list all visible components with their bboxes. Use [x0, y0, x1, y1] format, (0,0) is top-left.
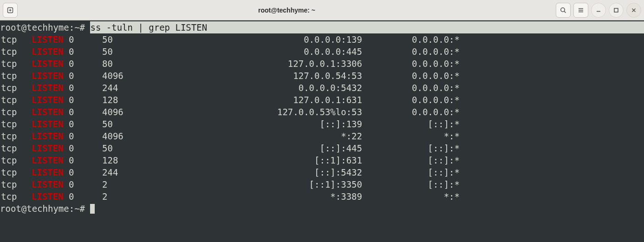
output-row: tcpLISTEN0244[::]:5432[::]:*	[0, 166, 644, 178]
output-row: tcpLISTEN0500.0.0.0:1390.0.0.0:*	[0, 33, 644, 46]
maximize-icon	[612, 7, 620, 14]
cell-peer: 0.0.0.0:*	[362, 106, 460, 118]
cell-recvq: 0	[69, 33, 102, 46]
cursor	[90, 204, 95, 214]
output-row: tcpLISTEN02*:3389*:*	[0, 190, 644, 203]
typed-command: ss -tuln | grep LISTEN	[90, 21, 644, 33]
terminal-body[interactable]: root@techhyme:~# ss -tuln | grep LISTEN …	[0, 20, 644, 242]
maximize-button[interactable]	[609, 3, 624, 18]
cell-state: LISTEN	[32, 82, 69, 94]
cell-local: *:22	[186, 130, 362, 142]
cell-recvq: 0	[69, 118, 102, 130]
cell-sendq: 2	[102, 178, 186, 190]
output-row: tcpLISTEN080127.0.0.1:33060.0.0.0:*	[0, 58, 644, 70]
svg-line-10	[632, 8, 636, 12]
cell-state: LISTEN	[32, 154, 69, 166]
cell-recvq: 0	[69, 166, 102, 178]
cell-recvq: 0	[69, 94, 102, 106]
cell-sendq: 50	[102, 33, 186, 46]
new-tab-icon	[7, 7, 14, 14]
svg-point-3	[561, 7, 565, 11]
cell-sendq: 128	[102, 94, 186, 106]
cell-peer: 0.0.0.0:*	[362, 58, 460, 70]
cell-proto: tcp	[0, 46, 32, 58]
cell-sendq: 244	[102, 82, 186, 94]
cell-local: [::1]:631	[186, 154, 362, 166]
cell-local: 0.0.0.0:139	[186, 33, 362, 46]
cell-state: LISTEN	[32, 46, 69, 58]
cell-local: [::]:445	[186, 142, 362, 154]
cell-proto: tcp	[0, 82, 32, 94]
cell-peer: *:*	[362, 190, 460, 203]
cell-state: LISTEN	[32, 142, 69, 154]
cell-state: LISTEN	[32, 190, 69, 203]
cell-peer: 0.0.0.0:*	[362, 94, 460, 106]
cell-state: LISTEN	[32, 118, 69, 130]
cell-peer: [::]:*	[362, 118, 460, 130]
cell-proto: tcp	[0, 190, 32, 203]
output-row: tcpLISTEN02440.0.0.0:54320.0.0.0:*	[0, 82, 644, 94]
cell-recvq: 0	[69, 154, 102, 166]
prompt: root@techhyme:~#	[0, 203, 90, 215]
command-line: root@techhyme:~# ss -tuln | grep LISTEN	[0, 21, 644, 33]
cell-peer: [::]:*	[362, 178, 460, 190]
cell-state: LISTEN	[32, 130, 69, 142]
cell-sendq: 128	[102, 154, 186, 166]
cell-proto: tcp	[0, 106, 32, 118]
search-icon	[559, 7, 567, 14]
output-row: tcpLISTEN04096*:22*:*	[0, 130, 644, 142]
close-button[interactable]	[626, 3, 641, 18]
output-row: tcpLISTEN050[::]:139[::]:*	[0, 118, 644, 130]
close-icon	[630, 7, 637, 14]
cell-state: LISTEN	[32, 178, 69, 190]
output-row: tcpLISTEN04096127.0.0.54:530.0.0.0:*	[0, 70, 644, 82]
cell-recvq: 0	[69, 70, 102, 82]
output-rows: tcpLISTEN0500.0.0.0:1390.0.0.0:*tcpLISTE…	[0, 33, 644, 203]
cell-peer: 0.0.0.0:*	[362, 46, 460, 58]
cell-local: 127.0.0.53%lo:53	[186, 106, 362, 118]
cell-proto: tcp	[0, 154, 32, 166]
cell-sendq: 4096	[102, 70, 186, 82]
cell-peer: 0.0.0.0:*	[362, 82, 460, 94]
cell-sendq: 50	[102, 142, 186, 154]
cell-state: LISTEN	[32, 106, 69, 118]
cell-recvq: 0	[69, 190, 102, 203]
cell-state: LISTEN	[32, 33, 69, 46]
cell-local: *:3389	[186, 190, 362, 203]
output-row: tcpLISTEN0128127.0.0.1:6310.0.0.0:*	[0, 94, 644, 106]
output-row: tcpLISTEN02[::1]:3350[::]:*	[0, 178, 644, 190]
cell-local: 127.0.0.1:3306	[186, 58, 362, 70]
cell-local: 127.0.0.54:53	[186, 70, 362, 82]
cell-sendq: 4096	[102, 106, 186, 118]
prompt-idle[interactable]: root@techhyme:~#	[0, 203, 644, 215]
cell-recvq: 0	[69, 106, 102, 118]
search-button[interactable]	[556, 3, 571, 18]
prompt: root@techhyme:~#	[0, 21, 90, 33]
minimize-button[interactable]	[591, 3, 606, 18]
cell-peer: 0.0.0.0:*	[362, 33, 460, 46]
cell-recvq: 0	[69, 178, 102, 190]
cell-proto: tcp	[0, 70, 32, 82]
svg-rect-0	[8, 7, 13, 13]
hamburger-icon	[577, 7, 585, 14]
cell-recvq: 0	[69, 58, 102, 70]
svg-line-4	[564, 11, 566, 13]
cell-proto: tcp	[0, 166, 32, 178]
cell-sendq: 4096	[102, 130, 186, 142]
cell-peer: 0.0.0.0:*	[362, 70, 460, 82]
window-title: root@techhyme: ~	[18, 7, 556, 14]
output-row: tcpLISTEN0128[::1]:631[::]:*	[0, 154, 644, 166]
cell-local: [::1]:3350	[186, 178, 362, 190]
new-tab-button[interactable]	[3, 3, 18, 18]
menu-button[interactable]	[573, 3, 588, 18]
cell-proto: tcp	[0, 94, 32, 106]
cell-sendq: 50	[102, 46, 186, 58]
output-row: tcpLISTEN0500.0.0.0:4450.0.0.0:*	[0, 46, 644, 58]
cell-state: LISTEN	[32, 94, 69, 106]
svg-line-11	[632, 8, 636, 12]
output-row: tcpLISTEN04096127.0.0.53%lo:530.0.0.0:*	[0, 106, 644, 118]
cell-proto: tcp	[0, 58, 32, 70]
cell-local: 0.0.0.0:445	[186, 46, 362, 58]
cell-recvq: 0	[69, 46, 102, 58]
cell-recvq: 0	[69, 142, 102, 154]
